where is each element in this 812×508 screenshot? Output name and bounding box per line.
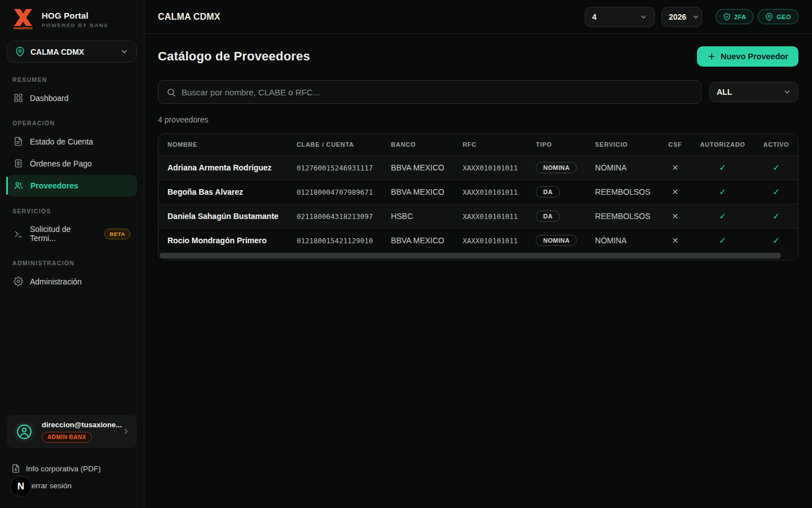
2fa-badge: 2FA xyxy=(716,9,753,24)
2fa-badge-label: 2FA xyxy=(734,14,746,20)
column-header: CSF xyxy=(659,134,691,156)
new-provider-button[interactable]: Nuevo Proveedor xyxy=(697,46,798,67)
sidebar-item-dashboard[interactable]: Dashboard xyxy=(7,87,137,108)
cell-tipo: NOMINA xyxy=(527,156,586,180)
tipo-badge: NOMINA xyxy=(536,162,577,173)
tipo-badge: DA xyxy=(536,186,560,198)
user-card[interactable]: direccion@tusaxione... ADMIN BANX xyxy=(7,415,137,448)
sidebar-item-solicitud-de-termi[interactable]: Solicitud de Termi...BETA xyxy=(7,219,137,248)
sidebar: HOG Portal POWERED BY BANX CALMA CDMX RE… xyxy=(0,0,144,508)
sidebar-item-estado-de-cuenta[interactable]: Estado de Cuenta xyxy=(7,131,137,152)
cell-nombre: Begoña Bas Alvarez xyxy=(158,180,288,204)
search-input[interactable] xyxy=(182,87,693,97)
search-box xyxy=(158,80,701,104)
scrollbar-thumb[interactable] xyxy=(160,253,781,259)
topbar-title: CALMA CDMX xyxy=(158,12,220,22)
cell-csf: ✕ xyxy=(659,229,691,253)
search-icon xyxy=(166,87,176,97)
cell-rfc: XAXX010101011 xyxy=(453,204,527,229)
notification-avatar[interactable]: N xyxy=(10,476,32,497)
cell-csf: ✕ xyxy=(659,180,691,204)
map-pin-icon xyxy=(765,13,773,21)
cell-banco: BBVA MEXICO xyxy=(382,229,453,253)
sidebar-item-administraci-n[interactable]: Administración xyxy=(7,271,137,292)
provider-count: 4 proveedores xyxy=(158,115,798,124)
sidebar-item-label: Estado de Cuenta xyxy=(30,137,93,146)
table-body: Adriana Armenta Rodríguez012760015246931… xyxy=(158,156,798,253)
cell-csf: ✕ xyxy=(659,156,691,180)
chevron-right-icon xyxy=(122,427,130,436)
user-avatar-icon xyxy=(14,421,35,443)
sidebar-nav: RESUMENDashboardOPERACIÓNEstado de Cuent… xyxy=(0,65,144,293)
beta-badge: BETA xyxy=(104,229,130,239)
year-select[interactable]: 2026 xyxy=(661,7,702,27)
column-header: ACTIVO xyxy=(754,134,798,156)
main-area: CALMA CDMX 4 2026 2FA xyxy=(144,0,812,508)
month-select[interactable]: 4 xyxy=(585,7,655,27)
sidebar-item-proveedores[interactable]: Proveedores xyxy=(7,175,137,196)
page-title: Catálogo de Proveedores xyxy=(158,49,310,64)
table-row: Adriana Armenta Rodríguez012760015246931… xyxy=(158,156,798,180)
cell-clabe: 012180015421129010 xyxy=(288,229,382,253)
cell-rfc: XAXX010101011 xyxy=(453,156,527,180)
gear-icon xyxy=(14,277,23,286)
sidebar-item-rdenes-de-pago[interactable]: Órdenes de Pago xyxy=(7,153,137,174)
horizontal-scrollbar[interactable] xyxy=(158,252,798,260)
app-powered-by: POWERED BY BANX xyxy=(42,22,108,28)
table-header-row: NOMBRECLABE / CUENTABANCORFCTIPOSERVICIO… xyxy=(158,134,798,156)
cell-servicio: REEMBOLSOS xyxy=(586,204,659,229)
cell-rfc: XAXX010101011 xyxy=(453,229,527,253)
cell-tipo: NOMINA xyxy=(527,229,586,253)
nav-section-label: SERVICIOS xyxy=(12,208,131,214)
cell-nombre: Daniela Sahagún Bustamante xyxy=(158,204,288,229)
sidebar-item-label: Proveedores xyxy=(30,181,78,190)
type-filter-select[interactable]: ALL xyxy=(709,82,798,102)
cell-nombre: Rocio Mondragón Primero xyxy=(158,229,288,253)
info-corporativa-link[interactable]: Info corporativa (PDF) xyxy=(11,464,133,473)
cell-tipo: DA xyxy=(527,204,586,229)
cell-autorizado: ✓ xyxy=(691,180,754,204)
column-header: RFC xyxy=(453,134,527,156)
cross-icon: ✕ xyxy=(672,236,679,245)
table-row: Daniela Sahagún Bustamante02118006431821… xyxy=(158,204,798,229)
terminal-icon xyxy=(14,229,23,239)
cell-tipo: DA xyxy=(527,180,586,204)
cell-activo: ✓ xyxy=(754,204,798,229)
cell-banco: HSBC xyxy=(382,204,453,229)
check-icon: ✓ xyxy=(773,163,780,172)
column-header: TIPO xyxy=(527,134,586,156)
cell-banco: BBVA MEXICO xyxy=(382,156,453,180)
topbar: CALMA CDMX 4 2026 2FA xyxy=(144,0,812,34)
cell-nombre: Adriana Armenta Rodríguez xyxy=(158,156,288,180)
month-select-value: 4 xyxy=(592,12,597,21)
geo-badge: GEO xyxy=(758,9,798,24)
column-header: SERVICIO xyxy=(586,134,659,156)
app-name: HOG Portal xyxy=(42,11,108,20)
cell-activo: ✓ xyxy=(754,156,798,180)
people-icon xyxy=(14,181,24,191)
tipo-badge: NOMINA xyxy=(536,235,577,246)
nav-section-label: RESUMEN xyxy=(12,76,131,83)
check-icon: ✓ xyxy=(719,211,726,221)
column-header: CLABE / CUENTA xyxy=(288,134,382,156)
cross-icon: ✕ xyxy=(672,163,679,172)
shield-check-icon xyxy=(723,13,731,21)
cell-rfc: XAXX010101011 xyxy=(453,180,527,204)
file-download-icon xyxy=(11,464,20,473)
sidebar-item-label: Órdenes de Pago xyxy=(30,159,92,168)
check-icon: ✓ xyxy=(773,187,780,196)
cell-autorizado: ✓ xyxy=(691,229,754,253)
receipt-icon xyxy=(14,159,23,168)
tipo-badge: DA xyxy=(536,211,560,222)
providers-table: NOMBRECLABE / CUENTABANCORFCTIPOSERVICIO… xyxy=(158,134,798,252)
chevron-down-icon xyxy=(639,13,647,21)
table-row: Begoña Bas Alvarez012180004707989671BBVA… xyxy=(158,180,798,204)
plus-icon xyxy=(707,52,716,61)
chevron-down-icon xyxy=(692,13,700,21)
company-selector[interactable]: CALMA CDMX xyxy=(7,41,137,63)
logo-x-icon xyxy=(11,9,35,29)
grid-icon xyxy=(14,93,23,103)
cell-clabe: 012760015246931117 xyxy=(288,156,382,180)
app-logo: HOG Portal POWERED BY BANX xyxy=(0,0,144,37)
chevron-down-icon xyxy=(783,88,791,96)
